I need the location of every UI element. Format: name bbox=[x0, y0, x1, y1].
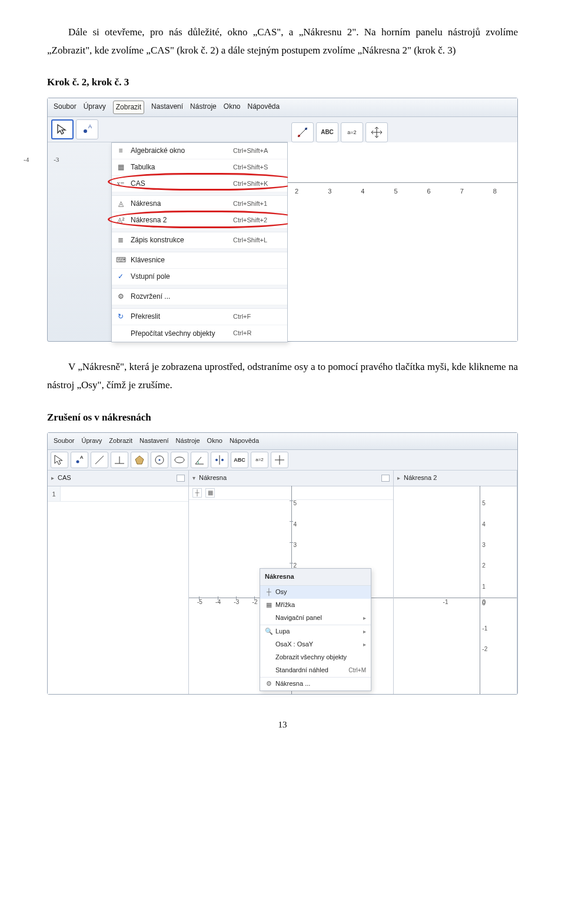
ctx-item-zobrazit-vse[interactable]: Zobrazit všechny objekty bbox=[260, 651, 371, 664]
tool-perp[interactable] bbox=[111, 452, 128, 468]
menu-item-cas[interactable]: x= CAS Ctrl+Shift+K bbox=[112, 176, 287, 192]
svg-point-0 bbox=[84, 129, 87, 133]
menu-item-label: Vstupní pole bbox=[129, 271, 233, 283]
figure-context-menu: Soubor Úpravy Zobrazit Nastavení Nástroj… bbox=[47, 432, 518, 695]
triangle-icon: ◬ bbox=[112, 198, 129, 211]
menu-item-shortcut: Ctrl+R bbox=[233, 328, 287, 339]
menu-item-nakresna[interactable]: ◬ Nákresna Ctrl+Shift+1 bbox=[112, 196, 287, 212]
menu-item-klavesnice[interactable]: ⌨ Klávesnice bbox=[112, 252, 287, 269]
tool-slider[interactable]: a=2 bbox=[341, 122, 363, 142]
gear-icon: ⚙ bbox=[112, 291, 129, 303]
ytick: 4 bbox=[294, 521, 297, 528]
panel-title: CAS bbox=[58, 472, 71, 484]
ctx-item-navpanel[interactable]: Navigační panel ▸ bbox=[260, 612, 371, 625]
grid-icon: ▦ bbox=[262, 599, 275, 611]
magnifier-icon: 🔍 bbox=[262, 626, 275, 638]
figure-menu-screenshot: Soubor Úpravy Zobrazit Nastavení Nástroj… bbox=[47, 98, 518, 342]
ytick: 4 bbox=[482, 521, 486, 528]
check-icon: ✓ bbox=[112, 271, 129, 283]
refresh-icon: ↻ bbox=[112, 311, 129, 323]
menu-item-zapis[interactable]: ≣ Zápis konstrukce Ctrl+Shift+L bbox=[112, 232, 287, 249]
menu-okno[interactable]: Okno bbox=[207, 435, 222, 447]
pin-icon[interactable] bbox=[177, 475, 185, 482]
tool-slider[interactable]: a=2 bbox=[251, 452, 268, 468]
plot-area-2[interactable]: 5 4 3 2 1 0 -1 -2 -1 0 bbox=[394, 486, 517, 694]
tool-move-view[interactable] bbox=[271, 452, 288, 468]
ctx-shortcut: Ctrl+M bbox=[348, 665, 368, 676]
ctx-item-osaxosay[interactable]: OsaX : OsaY ▸ bbox=[260, 638, 371, 651]
ctx-item-nakresna[interactable]: ⚙ Nákresna ... bbox=[260, 678, 371, 691]
ctx-item-mrizka[interactable]: ▦ Mřížka bbox=[260, 599, 371, 612]
page-number: 13 bbox=[47, 717, 518, 733]
menu-item-prekreslit[interactable]: ↻ Překreslit Ctrl+F bbox=[112, 309, 287, 325]
abc-label: ABC bbox=[321, 127, 334, 138]
ctx-label: Mřížka bbox=[275, 599, 368, 611]
submenu-arrow-icon: ▸ bbox=[363, 639, 368, 650]
menu-item-shortcut: Ctrl+Shift+1 bbox=[233, 198, 287, 210]
menu-soubor[interactable]: Soubor bbox=[54, 101, 77, 115]
menu-okno[interactable]: Okno bbox=[224, 101, 241, 115]
tool-line[interactable] bbox=[291, 122, 314, 142]
menu-item-rozvrzeni[interactable]: ⚙ Rozvržení ... bbox=[112, 289, 287, 305]
lines-icon: ≣ bbox=[112, 234, 129, 247]
menu-item-nakresna2[interactable]: ◬² Nákresna 2 Ctrl+Shift+2 bbox=[112, 212, 287, 229]
tool-angle[interactable] bbox=[191, 452, 208, 468]
ctx-item-standardni[interactable]: Standardní náhled Ctrl+M bbox=[260, 664, 371, 677]
ytick: 3 bbox=[482, 542, 486, 548]
tool-abc[interactable]: ABC bbox=[316, 122, 338, 142]
tool-point[interactable]: A bbox=[71, 452, 88, 468]
menu-nastroje[interactable]: Nástroje bbox=[190, 101, 217, 115]
menu-upravy[interactable]: Úpravy bbox=[84, 101, 106, 115]
menu-zobrazit[interactable]: Zobrazit bbox=[109, 435, 132, 447]
tool-line[interactable] bbox=[91, 452, 108, 468]
menu-upravy[interactable]: Úpravy bbox=[81, 435, 102, 447]
menu-item-tabulka[interactable]: ▦ Tabulka Ctrl+Shift+S bbox=[112, 159, 287, 176]
menu-item-algebra[interactable]: ≡ Algebraické okno Ctrl+Shift+A bbox=[112, 143, 287, 159]
panel-title: Nákresna bbox=[199, 472, 227, 484]
menu-soubor[interactable]: Soubor bbox=[54, 435, 74, 447]
ctx-item-osy[interactable]: ┼ Osy bbox=[260, 586, 371, 599]
tool-point[interactable]: A bbox=[76, 119, 98, 139]
pin-icon[interactable] bbox=[381, 475, 390, 482]
tool-polygon[interactable] bbox=[131, 452, 148, 468]
tool-move[interactable] bbox=[51, 452, 68, 468]
chevron-right-icon[interactable]: ▸ bbox=[51, 473, 54, 483]
axis-tick: 2 bbox=[295, 186, 298, 198]
tool-reflect[interactable] bbox=[211, 452, 228, 468]
menu-item-prepocitat[interactable]: Přepočítat všechny objekty Ctrl+R bbox=[112, 325, 287, 342]
list-icon: ≡ bbox=[112, 145, 129, 158]
ctx-label: OsaX : OsaY bbox=[275, 639, 363, 651]
menu-nastaveni[interactable]: Nastavení bbox=[139, 435, 169, 447]
axis-tick: 3 bbox=[328, 186, 331, 198]
menu-napoveda[interactable]: Nápověda bbox=[230, 435, 259, 447]
svg-text:A: A bbox=[80, 455, 84, 460]
menu-item-label: Překreslit bbox=[129, 311, 233, 323]
tool-move-view[interactable] bbox=[365, 122, 388, 142]
menubar: Soubor Úpravy Zobrazit Nastavení Nástroj… bbox=[48, 98, 517, 118]
menu-zobrazit[interactable]: Zobrazit bbox=[113, 101, 144, 115]
chevron-right-icon[interactable]: ▸ bbox=[397, 473, 400, 483]
panel-nakresna: ▾Nákresna ┼ ▦ 5 4 3 2 1 0 -1 -2 bbox=[189, 471, 394, 694]
panel-nakresna2: ▸Nákresna 2 5 4 3 2 1 0 -1 -2 -1 0 bbox=[394, 471, 517, 694]
axis-tick: 8 bbox=[493, 186, 497, 198]
svg-marker-10 bbox=[135, 456, 144, 464]
tool-circle[interactable] bbox=[151, 452, 168, 468]
cas-row-number: 1 bbox=[48, 486, 61, 501]
chevron-down-icon[interactable]: ▾ bbox=[192, 473, 195, 483]
ytick: -2 bbox=[482, 646, 487, 652]
menu-napoveda[interactable]: Nápověda bbox=[247, 101, 280, 115]
menu-item-shortcut: Ctrl+Shift+S bbox=[233, 162, 287, 174]
context-menu-title: Nákresna bbox=[260, 569, 371, 586]
menu-nastroje[interactable]: Nástroje bbox=[176, 435, 200, 447]
menu-item-label: Nákresna bbox=[129, 198, 233, 211]
menu-nastaveni[interactable]: Nastavení bbox=[151, 101, 183, 115]
ctx-item-lupa[interactable]: 🔍 Lupa ▸ bbox=[260, 625, 371, 638]
tool-text[interactable]: ABC bbox=[231, 452, 248, 468]
xtick: 0 bbox=[482, 599, 486, 605]
menu-item-vstupni[interactable]: ✓ Vstupní pole bbox=[112, 269, 287, 285]
tool-move[interactable] bbox=[51, 119, 74, 139]
ctx-label: Standardní náhled bbox=[275, 665, 348, 676]
tool-conic[interactable] bbox=[171, 452, 188, 468]
context-menu: Nákresna ┼ Osy ▦ Mřížka Navigační panel bbox=[260, 568, 371, 691]
plot-area-1[interactable]: 5 4 3 2 1 0 -1 -2 -5 -4 -3 -2 -1 0 1 bbox=[189, 486, 393, 694]
